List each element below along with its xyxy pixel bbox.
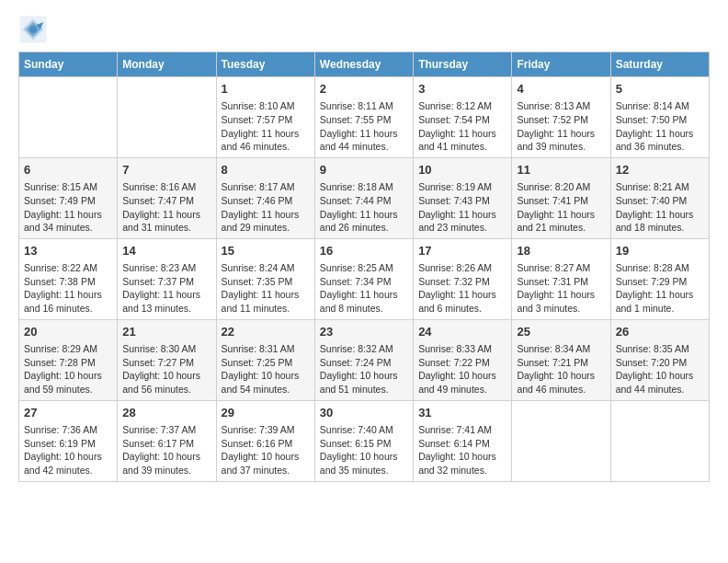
day-header-tuesday: Tuesday — [216, 52, 314, 77]
day-header-thursday: Thursday — [414, 52, 512, 77]
day-number: 29 — [222, 405, 310, 421]
day-number: 15 — [222, 243, 310, 259]
day-number: 3 — [418, 81, 506, 98]
cell-content: Sunrise: 7:36 AM Sunset: 6:19 PM Dayligh… — [24, 423, 112, 477]
calendar-cell: 18Sunrise: 8:27 AM Sunset: 7:31 PM Dayli… — [512, 238, 610, 319]
day-number: 14 — [122, 243, 210, 259]
week-row-1: 1Sunrise: 8:10 AM Sunset: 7:57 PM Daylig… — [19, 77, 710, 158]
logo-icon — [18, 15, 48, 44]
calendar-cell: 20Sunrise: 8:29 AM Sunset: 7:28 PM Dayli… — [19, 319, 118, 400]
day-number: 25 — [517, 324, 605, 340]
calendar-table: SundayMondayTuesdayWednesdayThursdayFrid… — [18, 52, 710, 482]
cell-content: Sunrise: 8:19 AM Sunset: 7:43 PM Dayligh… — [418, 180, 506, 235]
cell-content: Sunrise: 8:26 AM Sunset: 7:32 PM Dayligh… — [418, 261, 506, 316]
calendar-cell: 27Sunrise: 7:36 AM Sunset: 6:19 PM Dayli… — [19, 400, 118, 481]
day-header-monday: Monday — [118, 52, 216, 77]
day-number: 23 — [320, 324, 408, 340]
cell-content: Sunrise: 8:33 AM Sunset: 7:22 PM Dayligh… — [418, 342, 506, 396]
cell-content: Sunrise: 8:31 AM Sunset: 7:25 PM Dayligh… — [222, 342, 310, 396]
calendar-cell: 12Sunrise: 8:21 AM Sunset: 7:40 PM Dayli… — [610, 157, 709, 238]
cell-content: Sunrise: 8:20 AM Sunset: 7:41 PM Dayligh… — [517, 180, 605, 235]
day-number: 31 — [418, 405, 506, 421]
cell-content: Sunrise: 8:35 AM Sunset: 7:20 PM Dayligh… — [616, 342, 704, 396]
day-number: 11 — [517, 162, 605, 178]
calendar-cell: 6Sunrise: 8:15 AM Sunset: 7:49 PM Daylig… — [19, 157, 118, 238]
header-row: SundayMondayTuesdayWednesdayThursdayFrid… — [19, 52, 710, 77]
cell-content: Sunrise: 8:23 AM Sunset: 7:37 PM Dayligh… — [122, 261, 210, 316]
page: SundayMondayTuesdayWednesdayThursdayFrid… — [0, 0, 728, 497]
calendar-cell: 2Sunrise: 8:11 AM Sunset: 7:55 PM Daylig… — [314, 77, 413, 158]
calendar-cell: 5Sunrise: 8:14 AM Sunset: 7:50 PM Daylig… — [610, 77, 709, 158]
calendar-cell: 4Sunrise: 8:13 AM Sunset: 7:52 PM Daylig… — [512, 77, 610, 158]
day-number: 7 — [122, 162, 210, 178]
calendar-cell: 3Sunrise: 8:12 AM Sunset: 7:54 PM Daylig… — [414, 77, 512, 158]
header — [18, 15, 710, 44]
day-number: 22 — [222, 324, 310, 340]
day-number: 19 — [616, 243, 704, 259]
week-row-4: 20Sunrise: 8:29 AM Sunset: 7:28 PM Dayli… — [19, 319, 710, 400]
week-row-3: 13Sunrise: 8:22 AM Sunset: 7:38 PM Dayli… — [19, 238, 710, 319]
day-number: 8 — [222, 162, 310, 178]
calendar-cell: 9Sunrise: 8:18 AM Sunset: 7:44 PM Daylig… — [314, 157, 413, 238]
logo — [18, 15, 50, 44]
cell-content: Sunrise: 8:34 AM Sunset: 7:21 PM Dayligh… — [517, 342, 605, 396]
day-number: 4 — [517, 81, 605, 98]
cell-content: Sunrise: 8:18 AM Sunset: 7:44 PM Dayligh… — [320, 180, 408, 235]
cell-content: Sunrise: 8:27 AM Sunset: 7:31 PM Dayligh… — [517, 261, 605, 316]
calendar-cell: 10Sunrise: 8:19 AM Sunset: 7:43 PM Dayli… — [414, 157, 512, 238]
calendar-cell: 7Sunrise: 8:16 AM Sunset: 7:47 PM Daylig… — [118, 157, 216, 238]
day-number: 5 — [616, 81, 704, 98]
calendar-cell: 29Sunrise: 7:39 AM Sunset: 6:16 PM Dayli… — [216, 400, 314, 481]
day-number: 17 — [418, 243, 506, 259]
calendar-cell: 15Sunrise: 8:24 AM Sunset: 7:35 PM Dayli… — [216, 238, 314, 319]
cell-content: Sunrise: 8:21 AM Sunset: 7:40 PM Dayligh… — [616, 180, 704, 235]
cell-content: Sunrise: 8:24 AM Sunset: 7:35 PM Dayligh… — [222, 261, 310, 316]
cell-content: Sunrise: 7:41 AM Sunset: 6:14 PM Dayligh… — [418, 423, 506, 477]
calendar-cell: 8Sunrise: 8:17 AM Sunset: 7:46 PM Daylig… — [216, 157, 314, 238]
cell-content: Sunrise: 8:28 AM Sunset: 7:29 PM Dayligh… — [616, 261, 704, 316]
calendar-cell: 22Sunrise: 8:31 AM Sunset: 7:25 PM Dayli… — [216, 319, 314, 400]
calendar-cell — [610, 400, 709, 481]
day-number: 28 — [122, 405, 210, 421]
cell-content: Sunrise: 8:14 AM Sunset: 7:50 PM Dayligh… — [616, 99, 704, 154]
calendar-cell: 23Sunrise: 8:32 AM Sunset: 7:24 PM Dayli… — [314, 319, 413, 400]
day-header-wednesday: Wednesday — [314, 52, 413, 77]
calendar-cell: 13Sunrise: 8:22 AM Sunset: 7:38 PM Dayli… — [19, 238, 118, 319]
calendar-cell: 24Sunrise: 8:33 AM Sunset: 7:22 PM Dayli… — [414, 319, 512, 400]
day-header-friday: Friday — [512, 52, 610, 77]
cell-content: Sunrise: 8:30 AM Sunset: 7:27 PM Dayligh… — [122, 342, 210, 396]
cell-content: Sunrise: 8:15 AM Sunset: 7:49 PM Dayligh… — [24, 180, 112, 235]
day-number: 16 — [320, 243, 408, 259]
day-number: 12 — [616, 162, 704, 178]
day-number: 2 — [320, 81, 408, 98]
calendar-cell: 31Sunrise: 7:41 AM Sunset: 6:14 PM Dayli… — [414, 400, 512, 481]
day-number: 27 — [24, 405, 112, 421]
cell-content: Sunrise: 8:17 AM Sunset: 7:46 PM Dayligh… — [222, 180, 310, 235]
day-number: 10 — [418, 162, 506, 178]
day-number: 20 — [24, 324, 112, 340]
week-row-2: 6Sunrise: 8:15 AM Sunset: 7:49 PM Daylig… — [19, 157, 710, 238]
calendar-cell: 16Sunrise: 8:25 AM Sunset: 7:34 PM Dayli… — [314, 238, 413, 319]
day-number: 26 — [616, 324, 704, 340]
calendar-cell: 21Sunrise: 8:30 AM Sunset: 7:27 PM Dayli… — [118, 319, 216, 400]
day-number: 24 — [418, 324, 506, 340]
cell-content: Sunrise: 8:12 AM Sunset: 7:54 PM Dayligh… — [418, 99, 506, 154]
calendar-cell: 26Sunrise: 8:35 AM Sunset: 7:20 PM Dayli… — [610, 319, 709, 400]
day-number: 13 — [24, 243, 112, 259]
day-header-sunday: Sunday — [19, 52, 118, 77]
cell-content: Sunrise: 7:39 AM Sunset: 6:16 PM Dayligh… — [222, 423, 310, 477]
calendar-cell: 17Sunrise: 8:26 AM Sunset: 7:32 PM Dayli… — [414, 238, 512, 319]
cell-content: Sunrise: 8:29 AM Sunset: 7:28 PM Dayligh… — [24, 342, 112, 396]
cell-content: Sunrise: 8:16 AM Sunset: 7:47 PM Dayligh… — [122, 180, 210, 235]
cell-content: Sunrise: 8:10 AM Sunset: 7:57 PM Dayligh… — [222, 99, 310, 154]
cell-content: Sunrise: 7:37 AM Sunset: 6:17 PM Dayligh… — [122, 423, 210, 477]
day-number: 6 — [24, 162, 112, 178]
calendar-cell: 14Sunrise: 8:23 AM Sunset: 7:37 PM Dayli… — [118, 238, 216, 319]
calendar-cell: 1Sunrise: 8:10 AM Sunset: 7:57 PM Daylig… — [216, 77, 314, 158]
calendar-cell: 30Sunrise: 7:40 AM Sunset: 6:15 PM Dayli… — [314, 400, 413, 481]
calendar-cell — [512, 400, 610, 481]
day-number: 30 — [320, 405, 408, 421]
cell-content: Sunrise: 8:25 AM Sunset: 7:34 PM Dayligh… — [320, 261, 408, 316]
svg-point-3 — [29, 26, 37, 33]
day-number: 9 — [320, 162, 408, 178]
